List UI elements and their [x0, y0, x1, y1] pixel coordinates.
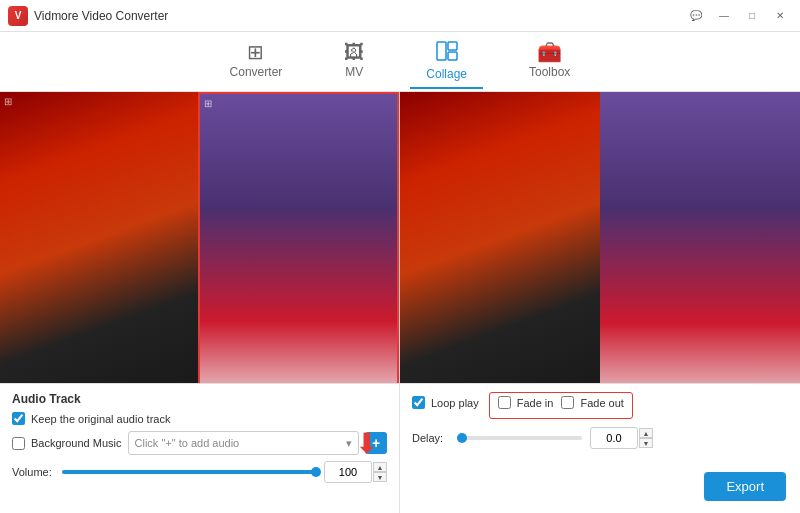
delay-up[interactable]: ▲	[639, 428, 653, 438]
main-content: ⊞ ⊞ ⊞ Template ☁ Filter 🔊	[0, 92, 800, 513]
volume-input-group: 100 ▲ ▼	[324, 461, 387, 483]
delay-thumb[interactable]	[457, 433, 467, 443]
window-controls: 💬 — □ ✕	[684, 7, 792, 25]
tab-converter[interactable]: ⊞ Converter	[214, 36, 299, 87]
bg-music-placeholder: Click "+" to add audio	[135, 437, 240, 449]
delay-input[interactable]: 0.0	[590, 427, 638, 449]
delay-label: Delay:	[412, 432, 454, 444]
section-title: Audio Track	[12, 392, 387, 406]
grid-icon-1: ⊞	[4, 96, 12, 107]
keep-original-checkbox[interactable]	[12, 412, 25, 425]
svg-rect-1	[448, 42, 457, 50]
message-btn[interactable]: 💬	[684, 7, 708, 25]
volume-row: Volume: 100 ▲ ▼	[12, 461, 387, 483]
tab-converter-label: Converter	[230, 65, 283, 79]
volume-slider[interactable]	[62, 470, 316, 474]
collage-icon	[436, 41, 458, 64]
volume-label: Volume:	[12, 466, 54, 478]
volume-down[interactable]: ▼	[373, 472, 387, 482]
maximize-btn[interactable]: □	[740, 7, 764, 25]
loop-fade-row: Loop play Fade in Fade out	[412, 392, 788, 419]
toolbox-icon: 🧰	[537, 42, 562, 62]
svg-rect-0	[437, 42, 446, 60]
settings-left: Audio Track Keep the original audio trac…	[0, 384, 400, 513]
select-arrow-icon: ▾	[346, 437, 352, 450]
fade-in-row: Fade in	[498, 396, 554, 409]
bg-music-checkbox[interactable]	[12, 437, 25, 450]
tab-mv-label: MV	[345, 65, 363, 79]
loop-play-checkbox[interactable]	[412, 396, 425, 409]
minimize-btn[interactable]: —	[712, 7, 736, 25]
export-button[interactable]: Export	[704, 472, 786, 501]
fade-out-row: Fade out	[561, 396, 623, 409]
fade-out-checkbox[interactable]	[561, 396, 574, 409]
converter-icon: ⊞	[247, 42, 264, 62]
bg-music-label: Background Music	[31, 437, 122, 449]
volume-spinners[interactable]: ▲ ▼	[373, 462, 387, 482]
delay-spinners[interactable]: ▲ ▼	[639, 428, 653, 448]
mv-icon: 🖼	[344, 42, 364, 62]
settings-right: Loop play Fade in Fade out Delay:	[400, 384, 800, 513]
volume-up[interactable]: ▲	[373, 462, 387, 472]
tab-collage-label: Collage	[426, 67, 467, 81]
arrow-indicator: ⬇	[355, 427, 378, 460]
app-logo: V	[8, 6, 28, 26]
tab-collage[interactable]: Collage	[410, 35, 483, 89]
volume-thumb[interactable]	[311, 467, 321, 477]
title-bar: V Vidmore Video Converter 💬 — □ ✕	[0, 0, 800, 32]
bg-music-row: Background Music Click "+" to add audio …	[12, 431, 387, 455]
delay-row: Delay: 0.0 ▲ ▼	[412, 427, 788, 449]
tab-bar: ⊞ Converter 🖼 MV Collage 🧰 Toolbox	[0, 32, 800, 92]
title-bar-left: V Vidmore Video Converter	[8, 6, 168, 26]
svg-rect-2	[448, 52, 457, 60]
fade-in-label: Fade in	[517, 397, 554, 409]
volume-fill	[62, 470, 316, 474]
tab-toolbox-label: Toolbox	[529, 65, 570, 79]
delay-input-group: 0.0 ▲ ▼	[590, 427, 653, 449]
fade-out-label: Fade out	[580, 397, 623, 409]
app-title: Vidmore Video Converter	[34, 9, 168, 23]
tab-mv[interactable]: 🖼 MV	[328, 36, 380, 87]
delay-down[interactable]: ▼	[639, 438, 653, 448]
delay-slider[interactable]	[462, 436, 582, 440]
grid-icon-2: ⊞	[204, 98, 212, 109]
fade-group: Fade in Fade out	[489, 392, 633, 419]
loop-play-label: Loop play	[431, 397, 479, 409]
keep-original-row: Keep the original audio track	[12, 412, 387, 425]
loop-play-row: Loop play	[412, 396, 479, 409]
fade-in-checkbox[interactable]	[498, 396, 511, 409]
keep-original-label: Keep the original audio track	[31, 413, 170, 425]
tab-toolbox[interactable]: 🧰 Toolbox	[513, 36, 586, 87]
settings-area: Audio Track Keep the original audio trac…	[0, 383, 800, 513]
close-btn[interactable]: ✕	[768, 7, 792, 25]
export-btn-container: Export	[704, 472, 786, 501]
volume-input[interactable]: 100	[324, 461, 372, 483]
bg-music-select[interactable]: Click "+" to add audio ▾	[128, 431, 360, 455]
